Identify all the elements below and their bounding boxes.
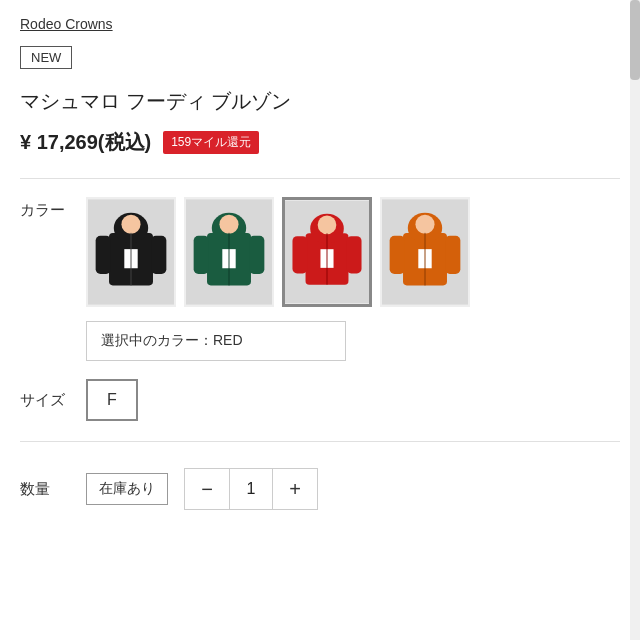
color-swatch-red[interactable] bbox=[282, 197, 372, 307]
svg-rect-28 bbox=[390, 236, 405, 274]
svg-rect-20 bbox=[292, 236, 307, 273]
new-badge: NEW bbox=[20, 46, 72, 69]
divider-1 bbox=[20, 178, 620, 179]
svg-point-27 bbox=[415, 215, 434, 234]
color-label: カラー bbox=[20, 197, 70, 220]
size-label: サイズ bbox=[20, 391, 70, 410]
svg-rect-29 bbox=[445, 236, 460, 274]
color-info-box: 選択中のカラー：RED bbox=[86, 321, 346, 361]
color-swatch-orange[interactable] bbox=[380, 197, 470, 307]
product-price: ¥ 17,269(税込) bbox=[20, 129, 151, 156]
size-option-f[interactable]: F bbox=[86, 379, 138, 421]
svg-rect-5 bbox=[151, 236, 166, 274]
quantity-label: 数量 bbox=[20, 480, 70, 499]
svg-rect-12 bbox=[194, 236, 209, 274]
color-swatch-black[interactable] bbox=[86, 197, 176, 307]
stock-badge: 在庫あり bbox=[86, 473, 168, 505]
svg-rect-13 bbox=[249, 236, 264, 274]
svg-point-11 bbox=[219, 215, 238, 234]
svg-point-3 bbox=[121, 215, 140, 234]
svg-point-19 bbox=[318, 216, 337, 235]
quantity-row: 数量 在庫あり − 1 + bbox=[20, 460, 620, 518]
brand-link[interactable]: Rodeo Crowns bbox=[20, 16, 113, 32]
color-swatch-green[interactable] bbox=[184, 197, 274, 307]
divider-2 bbox=[20, 441, 620, 442]
svg-rect-21 bbox=[347, 236, 362, 273]
quantity-controls: − 1 + bbox=[184, 468, 318, 510]
miles-badge: 159マイル還元 bbox=[163, 131, 259, 154]
color-section: カラー bbox=[20, 197, 620, 307]
quantity-decrease-button[interactable]: − bbox=[185, 469, 229, 509]
quantity-value: 1 bbox=[229, 469, 273, 509]
svg-rect-4 bbox=[96, 236, 111, 274]
quantity-increase-button[interactable]: + bbox=[273, 469, 317, 509]
size-section: サイズ F bbox=[20, 379, 620, 421]
product-name: マシュマロ フーディ ブルゾン bbox=[20, 87, 620, 115]
color-swatches bbox=[86, 197, 470, 307]
